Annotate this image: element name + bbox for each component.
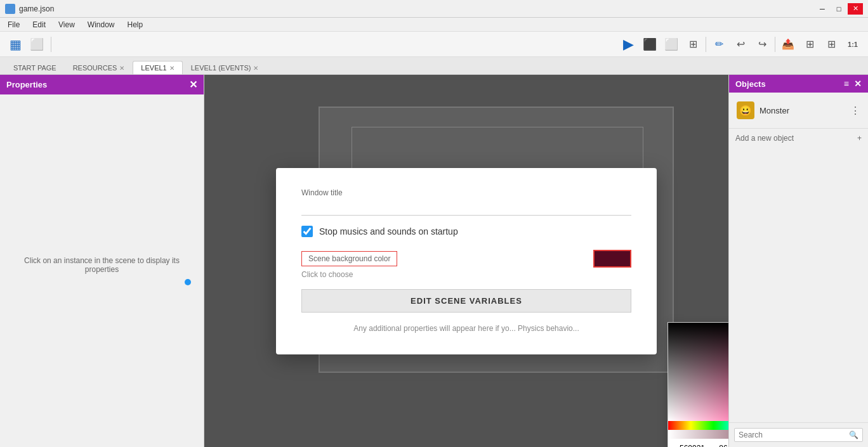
tab-level1[interactable]: LEVEL1 ✕ [133,61,182,74]
preview-square-btn[interactable]: ⬜ [661,34,681,55]
search-icon: 🔍 [849,431,858,439]
hue-bar[interactable] [668,421,728,430]
objects-list: 😀 Monster ⋮ [729,93,868,128]
add-object-button[interactable]: Add a new object + [729,128,868,148]
tab-level1-events-close[interactable]: ✕ [253,65,258,72]
toolbar-right: ▶ ⬛ ⬜ ⊞ ✏ ↩ ↪ 📤 ⊞ ⊞ 1:1 [618,34,863,55]
add-object-plus-icon: + [857,134,862,143]
click-to-choose-text: Click to choose [301,270,353,279]
tab-resources-close[interactable]: ✕ [119,65,124,72]
tab-start-page[interactable]: START PAGE [5,61,65,74]
toolbar-separator-1 [51,37,51,52]
alpha-bar[interactable] [668,430,728,439]
rgb-inputs: R G B [714,443,728,447]
scene-view-btn[interactable]: ▦ [5,34,25,55]
zoom-button[interactable]: 1:1 [843,34,863,55]
toolbar-left: ▦ ⬜ [5,34,47,55]
click-to-choose-row: Click to choose [301,270,631,279]
stop-music-row: Stop musics and sounds on startup [301,226,631,237]
menu-view[interactable]: View [53,19,80,30]
redo-button[interactable]: ↪ [752,34,772,55]
window-title: game.json [19,4,54,13]
objects-header-actions: ≡ ✕ [844,79,862,89]
tab-resources-label: RESOURCES [73,64,117,72]
tab-start-page-label: START PAGE [13,64,56,72]
objects-header: Objects ≡ ✕ [729,75,868,93]
objects-close-button[interactable]: ✕ [854,79,862,89]
properties-panel: Properties ✕ Click on an instance in the… [0,75,204,447]
scene-bg-color-wrapper: Scene background color Click to choose [301,250,631,279]
menu-window[interactable]: Window [82,19,120,30]
window-title-label: Window title [301,188,631,197]
grid-button[interactable]: ⊞ [821,34,841,55]
app-icon [5,4,15,14]
menu-edit[interactable]: Edit [27,19,51,30]
hex-input-group: Hex [673,443,711,447]
tab-resources[interactable]: RESOURCES ✕ [65,61,133,74]
modal-overlay: Window title Stop musics and sounds on s… [204,75,728,447]
window-title-field: Window title [301,188,631,216]
maximize-button[interactable]: □ [831,3,846,15]
title-bar: game.json ─ □ ✕ [0,0,868,18]
scene-bg-color-label[interactable]: Scene background color [301,251,397,266]
hex-rgb-row: Hex R G B [668,439,728,447]
objects-filter-icon[interactable]: ≡ [844,79,849,89]
properties-empty-message: Click on an instance in the scene to dis… [13,256,191,274]
stop-music-checkbox[interactable] [301,226,313,237]
play-button[interactable]: ▶ [618,34,638,55]
publish-button[interactable]: 📤 [778,34,798,55]
layout-button[interactable]: ⊞ [799,34,820,55]
properties-header: Properties ✕ [0,75,204,94]
search-input[interactable] [739,431,846,439]
menu-file[interactable]: File [3,19,25,30]
canvas-area[interactable]: 792,735 Window title Stop musics and sou… [204,75,728,447]
toolbar: ▦ ⬜ ▶ ⬛ ⬜ ⊞ ✏ ↩ ↪ 📤 [0,32,868,57]
tab-level1-close[interactable]: ✕ [169,65,174,72]
close-button[interactable]: ✕ [848,3,863,15]
color-picker-popup[interactable]: Hex R G B [667,322,728,447]
color-swatch[interactable] [593,250,631,268]
menu-bar: File Edit View Window Help [0,18,868,32]
toolbar-separator-3 [775,37,775,52]
object-name-monster: Monster [760,106,845,115]
object-icon-monster: 😀 [737,101,754,119]
stop-music-label: Stop musics and sounds on startup [319,226,458,236]
undo-button[interactable]: ↩ [730,34,751,55]
color-gradient-field[interactable] [668,323,728,421]
menu-help[interactable]: Help [122,19,148,30]
toolbar-separator-2 [706,37,706,52]
edit-scene-vars-button[interactable]: EDIT SCENE VARIABLES [301,289,631,313]
debug-button[interactable]: ⬛ [640,34,660,55]
hex-input[interactable] [673,443,711,447]
r-input-group: R [714,443,728,447]
window-title-input[interactable] [301,200,631,216]
objects-panel: Objects ≡ ✕ 😀 Monster ⋮ Add a new object… [728,75,868,447]
properties-title: Properties [6,80,47,89]
edit-button[interactable]: ✏ [709,34,729,55]
properties-close-button[interactable]: ✕ [189,79,197,91]
object-item-monster[interactable]: 😀 Monster ⋮ [734,98,863,123]
search-box: 🔍 [734,428,863,442]
main-layout: Properties ✕ Click on an instance in the… [0,75,868,447]
minimize-button[interactable]: ─ [815,3,830,15]
objects-footer: 🔍 [729,422,868,447]
additional-props-text: Any additional properties will appear he… [301,323,631,334]
object-menu-monster[interactable]: ⋮ [850,105,860,117]
r-input[interactable] [714,443,728,447]
events-view-btn[interactable]: ⬜ [27,34,47,55]
properties-indicator [185,279,191,285]
properties-content: Click on an instance in the scene to dis… [0,94,204,447]
scene-properties-modal: Window title Stop musics and sounds on s… [276,168,657,354]
tab-level1-label: LEVEL1 [141,64,166,72]
tab-level1-events[interactable]: LEVEL1 (EVENTS) ✕ [183,61,267,74]
objects-title: Objects [735,79,766,89]
tabs-bar: START PAGE RESOURCES ✕ LEVEL1 ✕ LEVEL1 (… [0,57,868,75]
fullscreen-button[interactable]: ⊞ [683,34,703,55]
tab-level1-events-label: LEVEL1 (EVENTS) [191,64,251,72]
window-controls: ─ □ ✕ [815,3,863,15]
